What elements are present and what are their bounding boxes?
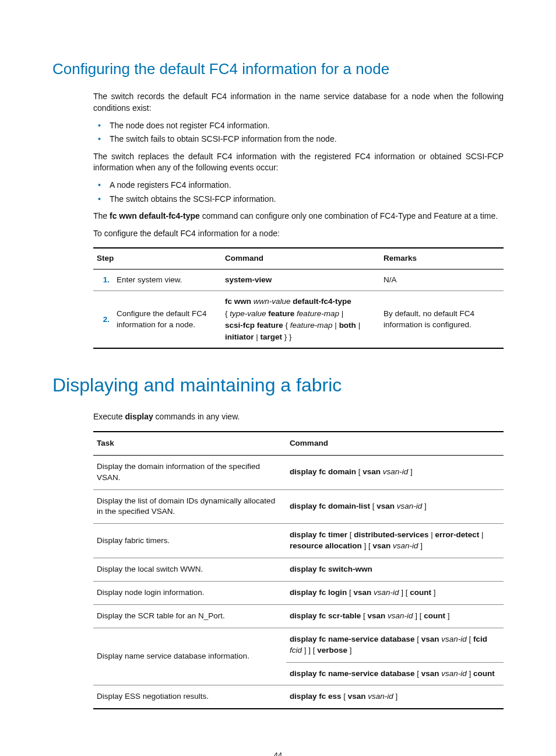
para: Execute display commands in any view. <box>93 411 504 423</box>
table-row: Display ESS negotiation results. display… <box>93 685 504 709</box>
text: commands in any view. <box>153 412 240 421</box>
task-cmd: display fc domain [ vsan vsan-id ] <box>286 455 504 489</box>
col-command: Command <box>221 248 380 269</box>
task-desc: Display the local switch WWN. <box>93 558 286 582</box>
step-desc: Enter system view. <box>113 270 221 291</box>
table-row: Display the domain information of the sp… <box>93 455 504 489</box>
task-desc: Display the domain information of the sp… <box>93 455 286 489</box>
page-number: 44 <box>52 750 504 756</box>
section-heading-display: Displaying and maintaining a fabric <box>52 372 504 398</box>
task-table: Task Command Display the domain informat… <box>93 431 504 709</box>
section2-content: Execute display commands in any view. Ta… <box>93 411 504 709</box>
step-cmd: fc wwn wwn-value default-fc4-type { type… <box>221 291 380 349</box>
task-desc: Display the SCR table for an N_Port. <box>93 604 286 628</box>
para: The switch replaces the default FC4 info… <box>93 151 504 174</box>
table-row: 1. Enter system view. system-view N/A <box>93 270 504 291</box>
text: command can configure only one combinati… <box>200 211 498 220</box>
table-row: Display name service database informatio… <box>93 628 504 662</box>
task-cmd: display fc scr-table [ vsan vsan-id ] [ … <box>286 604 504 628</box>
step-num: 1. <box>93 270 113 291</box>
task-desc: Display ESS negotiation results. <box>93 685 286 709</box>
col-remarks: Remarks <box>380 248 504 269</box>
text: Execute <box>93 412 125 421</box>
table-row: Display node login information. display … <box>93 581 504 604</box>
table-row: Display fabric timers. display fc timer … <box>93 524 504 558</box>
task-cmd: display fc name-service database [ vsan … <box>286 628 504 662</box>
task-cmd: display fc ess [ vsan vsan-id ] <box>286 685 504 709</box>
task-desc: Display name service database informatio… <box>93 628 286 685</box>
table-row: Display the local switch WWN. display fc… <box>93 558 504 582</box>
step-remark: By default, no default FC4 information i… <box>380 291 504 349</box>
task-cmd: display fc domain-list [ vsan vsan-id ] <box>286 489 504 524</box>
section1-content: The switch records the default FC4 infor… <box>93 91 504 349</box>
list-item: A node registers FC4 information. <box>110 180 504 191</box>
step-desc: Configure the default FC4 information fo… <box>113 291 221 349</box>
task-desc: Display the list of domain IDs dynamical… <box>93 489 286 524</box>
table-row: Display the SCR table for an N_Port. dis… <box>93 604 504 628</box>
table-row: 2. Configure the default FC4 information… <box>93 291 504 349</box>
para: To configure the default FC4 information… <box>93 228 504 240</box>
col-step: Step <box>93 248 221 269</box>
step-table: Step Command Remarks 1. Enter system vie… <box>93 247 504 349</box>
col-command: Command <box>286 432 504 455</box>
list-item: The switch obtains the SCSI-FCP informat… <box>110 194 504 205</box>
step-num: 2. <box>93 291 113 349</box>
step-cmd: system-view <box>221 270 380 291</box>
task-cmd: display fc timer [ distributed-services … <box>286 524 504 558</box>
para: The switch records the default FC4 infor… <box>93 91 504 114</box>
task-cmd: display fc login [ vsan vsan-id ] [ coun… <box>286 581 504 604</box>
task-desc: Display fabric timers. <box>93 524 286 558</box>
task-cmd: display fc name-service database [ vsan … <box>286 662 504 685</box>
section-heading-fc4: Configuring the default FC4 information … <box>52 58 504 79</box>
bullet-list: A node registers FC4 information. The sw… <box>93 180 504 205</box>
cmd-name: display <box>125 412 153 421</box>
table-row: Display the list of domain IDs dynamical… <box>93 489 504 524</box>
col-task: Task <box>93 432 286 455</box>
cmd-text: system-view <box>225 275 272 284</box>
para: The fc wwn default-fc4-type command can … <box>93 211 504 222</box>
bullet-list: The node does not register FC4 informati… <box>93 120 504 145</box>
cmd-name: fc wwn default-fc4-type <box>110 211 200 220</box>
task-desc: Display node login information. <box>93 581 286 604</box>
list-item: The switch fails to obtain SCSI-FCP info… <box>110 134 504 145</box>
task-cmd: display fc switch-wwn <box>286 558 504 582</box>
step-remark: N/A <box>380 270 504 291</box>
list-item: The node does not register FC4 informati… <box>110 120 504 132</box>
text: The <box>93 211 110 220</box>
